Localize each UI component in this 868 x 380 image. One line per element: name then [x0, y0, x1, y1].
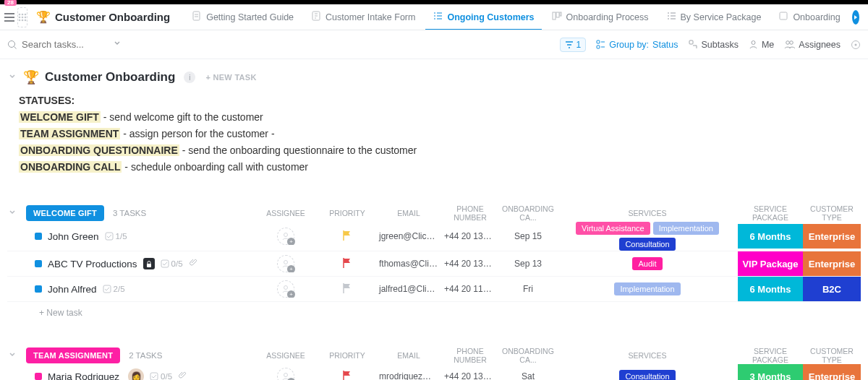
tab-getting-started-guide[interactable]: Getting Started Guide [184, 4, 301, 30]
column-header-phone[interactable]: PHONE NUMBER [441, 204, 499, 222]
subtask-progress[interactable]: 1/5 [105, 232, 127, 241]
new-task-button[interactable]: + NEW TASK [205, 73, 256, 82]
customer-type-cell[interactable]: Enterprise [803, 224, 861, 249]
column-header-assignee[interactable]: ASSIGNEE [253, 351, 318, 360]
cell-email[interactable]: fthomas@ClickU [376, 259, 441, 269]
service-tag[interactable]: Consultation [619, 238, 675, 251]
column-header-priority[interactable]: PRIORITY [318, 351, 376, 360]
more-views-icon[interactable] [852, 10, 859, 25]
column-header-call[interactable]: ONBOARDING CA... [499, 347, 557, 364]
list-title[interactable]: 🏆 Customer Onboarding [30, 7, 176, 27]
task-row[interactable]: John Alfred2/5+jalfred1@ClickUp+44 20 11… [7, 277, 861, 302]
search-input[interactable] [22, 39, 109, 50]
tab-by-service-package[interactable]: By Service Package [659, 4, 769, 30]
column-header-email[interactable]: EMAIL [376, 209, 441, 217]
assignee-placeholder[interactable]: + [277, 228, 294, 245]
status-square-icon[interactable] [35, 233, 42, 240]
services-cell[interactable]: Virtual AssistanceImplementationConsulta… [560, 222, 735, 251]
tab-label: Onboarding [793, 12, 840, 22]
collapse-group-icon[interactable] [7, 350, 17, 362]
tab-onboarding[interactable]: Onboarding [771, 4, 847, 30]
attachment-icon[interactable] [178, 371, 187, 380]
column-header-services[interactable]: SERVICES [557, 351, 738, 360]
assignee-placeholder[interactable]: + [277, 280, 294, 298]
cell-email[interactable]: jalfred1@ClickUp [376, 284, 441, 294]
status-square-icon[interactable] [35, 260, 42, 267]
subtasks-button[interactable]: Subtasks [689, 40, 739, 50]
column-header-package[interactable]: SERVICE PACKAGE [738, 204, 803, 222]
status-pill[interactable]: TEAM ASSIGNMENT [26, 347, 120, 363]
subtask-progress[interactable]: 0/5 [161, 259, 183, 268]
assignee-placeholder[interactable]: + [277, 368, 294, 380]
cell-call[interactable]: Sep 15 [499, 231, 557, 241]
cell-phone[interactable]: +44 20 1383 813 [441, 231, 499, 241]
task-row[interactable]: Maria Rodriguez👩0/5+mrodriguez@Clic+44 2… [7, 364, 861, 380]
priority-flag-icon[interactable] [318, 282, 376, 296]
column-header-ctype[interactable]: CUSTOMER TYPE [803, 347, 861, 364]
column-header-assignee[interactable]: ASSIGNEE [253, 209, 318, 217]
priority-flag-icon[interactable] [318, 230, 376, 243]
service-tag[interactable]: Virtual Assistance [576, 222, 650, 235]
task-row[interactable]: John Green1/5+jgreen@ClickUp.+44 20 1383… [7, 222, 861, 251]
show-options-icon[interactable] [851, 40, 861, 50]
status-square-icon[interactable] [35, 373, 42, 380]
collapse-all-icon[interactable] [7, 72, 17, 84]
cell-phone[interactable]: +44 20 1383 813 [441, 371, 499, 380]
package-cell[interactable]: 6 Months [738, 224, 803, 249]
package-cell[interactable]: 6 Months [738, 277, 803, 301]
task-row[interactable]: ABC TV Productions0/5+fthomas@ClickU+44 … [7, 251, 861, 277]
svg-point-1 [22, 13, 24, 15]
tab-customer-intake-form[interactable]: Customer Intake Form [304, 4, 422, 30]
cell-phone[interactable]: +44 20 1123 576 [441, 284, 499, 294]
service-tag[interactable]: Implementation [653, 222, 719, 235]
app-launcher-icon[interactable] [17, 7, 27, 27]
package-cell[interactable]: 3 Months [738, 364, 803, 380]
me-button[interactable]: Me [749, 40, 774, 50]
assignees-button[interactable]: Assignees [784, 40, 841, 50]
status-pill[interactable]: WELCOME GIFT [26, 205, 104, 221]
services-cell[interactable]: Implementation [560, 282, 735, 295]
status-square-icon[interactable] [35, 285, 42, 293]
customer-type-cell[interactable]: Enterprise [803, 364, 861, 380]
cell-call[interactable]: Fri [499, 284, 557, 294]
info-icon[interactable]: i [184, 72, 195, 83]
collapse-group-icon[interactable] [7, 207, 17, 220]
service-tag[interactable]: Implementation [614, 282, 680, 295]
assignee-placeholder[interactable]: + [277, 255, 294, 272]
services-cell[interactable]: Consultation [560, 370, 735, 380]
notification-badge[interactable]: 28 [4, 0, 17, 6]
column-header-services[interactable]: SERVICES [557, 209, 738, 217]
priority-flag-icon[interactable] [318, 257, 376, 271]
column-header-phone[interactable]: PHONE NUMBER [441, 347, 499, 364]
tab-onboarding-process[interactable]: Onboarding Process [545, 4, 656, 30]
package-cell[interactable]: VIP Package [738, 251, 803, 276]
column-header-package[interactable]: SERVICE PACKAGE [738, 347, 803, 364]
tab-ongoing-customers[interactable]: Ongoing Customers [425, 4, 541, 30]
service-tag[interactable]: Audit [632, 257, 662, 270]
cell-email[interactable]: jgreen@ClickUp. [376, 231, 441, 241]
cell-call[interactable]: Sat [499, 371, 557, 380]
subtask-progress[interactable]: 0/5 [150, 372, 172, 380]
customer-type-cell[interactable]: Enterprise [803, 251, 861, 276]
subtask-progress[interactable]: 2/5 [103, 285, 125, 293]
search-icon[interactable] [7, 40, 17, 50]
column-header-priority[interactable]: PRIORITY [318, 209, 376, 217]
sidebar-toggle-icon[interactable] [4, 9, 14, 26]
service-tag[interactable]: Consultation [619, 370, 675, 380]
column-header-call[interactable]: ONBOARDING CA... [499, 204, 557, 222]
column-header-ctype[interactable]: CUSTOMER TYPE [803, 204, 861, 222]
filter-button[interactable]: 1 [560, 38, 587, 52]
search-dropdown-icon[interactable] [113, 39, 122, 50]
subtasks-icon [689, 40, 698, 49]
services-cell[interactable]: Audit [560, 257, 735, 270]
cell-call[interactable]: Sep 13 [499, 259, 557, 269]
people-icon [784, 40, 795, 49]
groupby-button[interactable]: Group by: Status [596, 40, 678, 50]
column-header-email[interactable]: EMAIL [376, 351, 441, 360]
customer-type-cell[interactable]: B2C [803, 277, 861, 301]
cell-email[interactable]: mrodriguez@Clic [376, 371, 441, 380]
attachment-icon[interactable] [189, 258, 198, 269]
cell-phone[interactable]: +44 20 1383 813 [441, 259, 499, 269]
priority-flag-icon[interactable] [318, 370, 376, 380]
new-task-row[interactable]: + New task [7, 302, 861, 318]
